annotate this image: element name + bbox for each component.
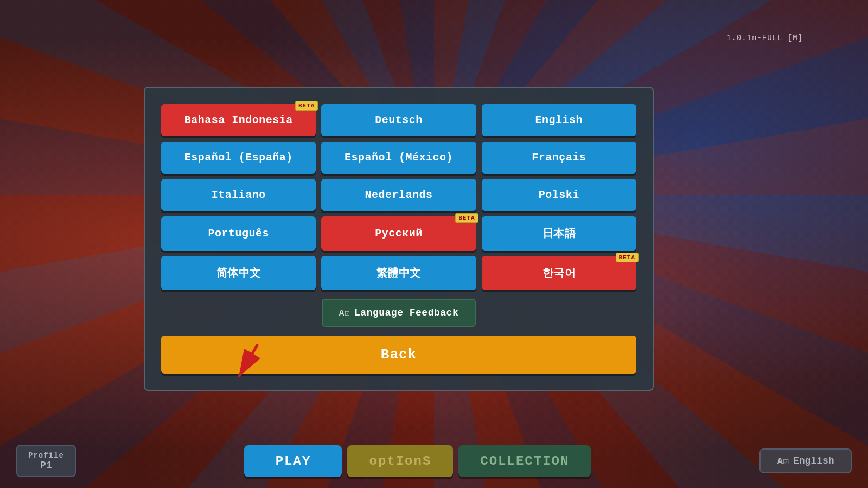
av-indicator-icon: A☑ <box>777 455 789 467</box>
nav-collection-button[interactable]: COLLECTION <box>458 445 591 477</box>
beta-tag-russian: BETA <box>455 213 478 223</box>
lang-btn-bahasa-indonesia[interactable]: Bahasa Indonesia BETA <box>161 104 316 136</box>
bottom-nav: Profile P1 PLAY optIonS COLLECTION A☑ En… <box>0 434 868 488</box>
lang-btn-espanol-espana[interactable]: Español (España) <box>161 142 316 174</box>
language-dialog: Bahasa Indonesia BETA Deutsch English Es… <box>144 87 654 391</box>
lang-btn-deutsch[interactable]: Deutsch <box>321 104 476 136</box>
language-grid: Bahasa Indonesia BETA Deutsch English Es… <box>161 104 636 290</box>
beta-tag-korean: BETA <box>616 253 639 262</box>
language-indicator[interactable]: A☑ English <box>760 448 852 473</box>
version-label: 1.0.1n-FULL [M] <box>726 34 803 42</box>
lang-btn-italiano[interactable]: Italiano <box>161 179 316 211</box>
back-button[interactable]: Back <box>161 336 636 374</box>
lang-btn-espanol-mexico[interactable]: Español (México) <box>321 142 476 174</box>
lang-btn-japanese[interactable]: 日本語 <box>482 216 636 251</box>
profile-id: P1 <box>28 460 64 471</box>
lang-btn-francais[interactable]: Français <box>482 142 636 174</box>
language-feedback-button[interactable]: A☑ Language Feedback <box>322 299 476 327</box>
lang-btn-nederlands[interactable]: Nederlands <box>321 179 476 211</box>
lang-btn-traditional-chinese[interactable]: 繁體中文 <box>321 256 476 290</box>
profile-label: Profile <box>28 451 64 460</box>
lang-btn-simplified-chinese[interactable]: 简体中文 <box>161 256 316 290</box>
av-feedback-icon: A☑ <box>339 307 350 318</box>
beta-tag-bahasa: BETA <box>295 101 318 111</box>
lang-btn-korean[interactable]: 한국어 BETA <box>482 256 636 290</box>
profile-box: Profile P1 <box>16 445 76 477</box>
lang-btn-portugues[interactable]: Português <box>161 216 316 251</box>
lang-btn-polski[interactable]: Polski <box>482 179 636 211</box>
lang-btn-english[interactable]: English <box>482 104 636 136</box>
nav-play-button[interactable]: PLAY <box>244 445 342 477</box>
feedback-row: A☑ Language Feedback <box>161 299 636 327</box>
nav-options-button[interactable]: optIonS <box>347 445 453 477</box>
lang-btn-russian[interactable]: Русский BETA <box>321 216 476 251</box>
